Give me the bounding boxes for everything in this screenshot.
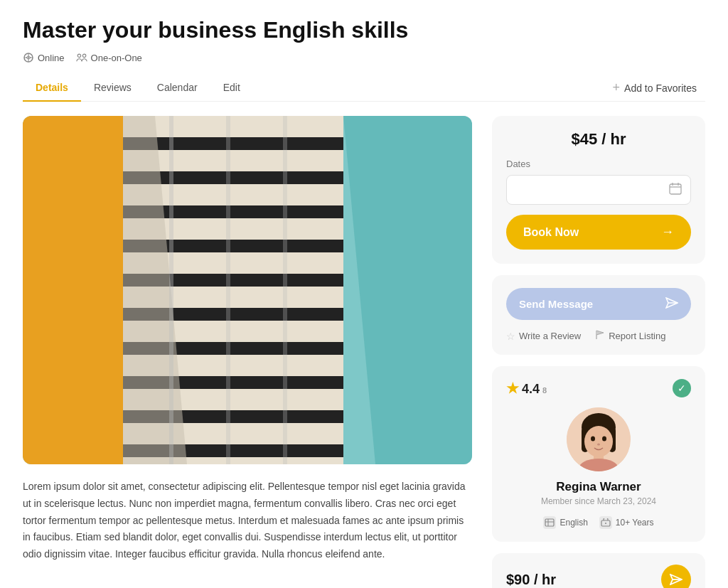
bottom-price: $90 / hr xyxy=(506,572,556,588)
calendar-icon xyxy=(669,182,682,198)
rating-number: 4.4 xyxy=(522,382,540,397)
report-listing-button[interactable]: Report Listing xyxy=(595,330,665,342)
message-card: Send Message ☆ Write a Review xyxy=(492,275,705,355)
tabs-list: Details Reviews Calendar Edit xyxy=(23,75,253,101)
one-on-one-icon xyxy=(76,52,87,63)
svg-point-4 xyxy=(82,54,85,57)
booking-card: $45 / hr Dates Book Now → xyxy=(492,116,705,264)
svg-rect-22 xyxy=(283,116,287,464)
tabs-row: Details Reviews Calendar Edit + Add to F… xyxy=(23,75,705,102)
bottom-send-button[interactable] xyxy=(661,565,691,588)
write-review-button[interactable]: ☆ Write a Review xyxy=(506,331,581,342)
svg-rect-40 xyxy=(545,519,554,526)
svg-point-36 xyxy=(602,437,606,442)
online-badge: Online xyxy=(23,52,65,63)
rating-count: 8 xyxy=(542,386,547,395)
book-now-button[interactable]: Book Now → xyxy=(506,215,691,250)
arrow-icon: → xyxy=(661,225,674,240)
one-on-one-badge: One-on-One xyxy=(76,52,142,63)
price-display: $45 / hr xyxy=(506,130,691,149)
left-column: Lorem ipsum dolor sit amet, consectetur … xyxy=(23,116,472,563)
language-meta: English xyxy=(543,516,587,529)
online-badge-label: Online xyxy=(38,53,65,63)
hero-image xyxy=(23,116,472,464)
tab-calendar[interactable]: Calendar xyxy=(144,75,210,102)
bottom-price-bar: $90 / hr xyxy=(492,553,705,588)
flag-icon xyxy=(595,330,605,342)
description-text: Lorem ipsum dolor sit amet, consectetur … xyxy=(23,479,472,563)
tutor-meta: English 10+ Years xyxy=(506,516,691,529)
send-message-label: Send Message xyxy=(519,298,593,310)
send-message-button[interactable]: Send Message xyxy=(506,288,691,320)
right-column: $45 / hr Dates Book Now → S xyxy=(492,116,705,588)
one-on-one-badge-label: One-on-One xyxy=(91,53,142,63)
plus-icon: + xyxy=(613,80,621,95)
rating-row: ★ 4.4 8 ✓ xyxy=(506,379,691,397)
dates-label: Dates xyxy=(506,159,691,169)
experience-icon xyxy=(599,516,612,529)
svg-point-34 xyxy=(584,426,613,457)
online-icon xyxy=(23,52,34,63)
avatar xyxy=(567,407,631,471)
experience-meta: 10+ Years xyxy=(599,516,654,529)
profile-card: ★ 4.4 8 ✓ xyxy=(492,366,705,542)
page-title: Master your business English skills xyxy=(23,17,705,43)
send-message-icon xyxy=(665,297,678,311)
svg-rect-23 xyxy=(670,184,681,194)
experience-label: 10+ Years xyxy=(616,518,654,528)
language-icon xyxy=(543,516,556,529)
verified-icon: ✓ xyxy=(673,379,691,397)
book-now-label: Book Now xyxy=(523,226,579,239)
tab-details[interactable]: Details xyxy=(23,75,81,102)
star-icon: ☆ xyxy=(506,331,515,342)
tutor-name: Regina Warner xyxy=(506,480,691,494)
tab-edit[interactable]: Edit xyxy=(210,75,253,102)
action-row: ☆ Write a Review Report Listing xyxy=(506,330,691,342)
badges-row: Online One-on-One xyxy=(23,52,705,63)
svg-rect-20 xyxy=(169,116,173,464)
tab-reviews[interactable]: Reviews xyxy=(81,75,144,102)
main-layout: Lorem ipsum dolor sit amet, consectetur … xyxy=(23,116,705,588)
svg-point-3 xyxy=(77,54,80,57)
svg-point-35 xyxy=(591,437,595,442)
star-filled-icon: ★ xyxy=(506,380,519,397)
add-to-favorites-button[interactable]: + Add to Favorites xyxy=(604,76,705,100)
tutor-since: Member since March 23, 2024 xyxy=(506,496,691,506)
svg-rect-21 xyxy=(226,116,230,464)
rating-value: ★ 4.4 8 xyxy=(506,380,547,397)
dates-input[interactable] xyxy=(506,175,691,205)
language-label: English xyxy=(560,518,587,528)
svg-point-37 xyxy=(597,444,600,446)
